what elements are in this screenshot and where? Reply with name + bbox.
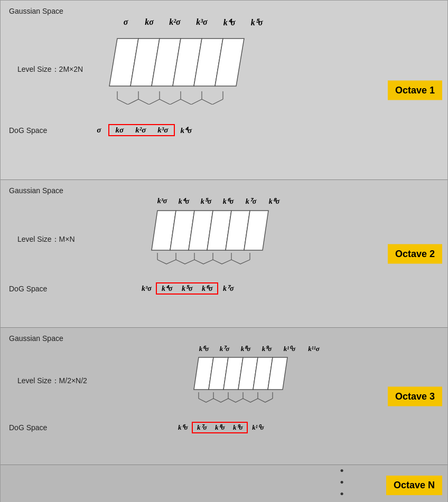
level-label-3: Level Size：M/2×N/2 xyxy=(17,376,87,386)
pages-svg-3 xyxy=(189,353,337,411)
dots-3: • xyxy=(340,488,344,500)
sigma-top-2-0: k³σ xyxy=(152,197,173,206)
dog-label-3: DoG Space xyxy=(9,423,47,432)
sigma-top-1-0: σ xyxy=(115,17,137,27)
sigma-top-2-3: k⁶σ xyxy=(217,197,239,206)
octave-n-section: • • • Octave N xyxy=(1,465,447,502)
dog-sigma-1-2: k²σ xyxy=(129,125,152,135)
dog-sigma-3-4: k¹⁰σ xyxy=(248,423,268,432)
dog-sigma-3-2: k⁸σ xyxy=(211,423,229,432)
pages-svg-1 xyxy=(104,28,305,105)
dog-sigma-1-4: k⁴σ xyxy=(175,126,197,135)
sigma-top-2-5: k⁸σ xyxy=(263,197,286,206)
sigma-top-1-4: k⁴σ xyxy=(216,17,243,27)
gaussian-label-2: Gaussian Space xyxy=(9,186,63,195)
dots-2: • xyxy=(340,477,344,488)
dog-sigma-2-3: k⁶σ xyxy=(197,283,217,293)
octave-1-badge: Octave 1 xyxy=(388,80,442,100)
pages-svg-2 xyxy=(146,205,305,269)
dots-1: • xyxy=(340,465,344,477)
main-container: Gaussian Space Level Size：2M×2N σ kσ k²σ… xyxy=(0,0,448,502)
sigma-top-1-1: kσ xyxy=(137,17,162,27)
dog-sigma-1-3: k³σ xyxy=(152,125,174,135)
gaussian-label-1: Gaussian Space xyxy=(9,7,63,15)
sigma-top-2-1: k⁴σ xyxy=(173,197,195,206)
sigma-top-3-1: k⁷σ xyxy=(214,345,235,353)
dog-sigma-3-3: k⁹σ xyxy=(229,423,247,432)
gaussian-label-3: Gaussian Space xyxy=(9,334,63,343)
sigma-top-3-5: k¹¹σ xyxy=(302,345,326,353)
dog-sigma-2-0: k³σ xyxy=(137,285,156,293)
sigma-top-1-5: k⁵σ xyxy=(243,17,270,27)
sigma-top-1-3: k³σ xyxy=(188,17,216,27)
dog-sigma-2-1: k⁴σ xyxy=(157,283,177,293)
dog-sigma-3-1: k⁷σ xyxy=(193,423,211,432)
sigma-top-3-0: k⁶σ xyxy=(194,345,214,353)
sigma-top-3-4: k¹⁰σ xyxy=(277,345,302,353)
dog-sigma-1-0: σ xyxy=(89,126,108,135)
level-label-2: Level Size：M×N xyxy=(17,235,75,244)
dog-sigma-3-0: k⁶σ xyxy=(174,423,192,432)
sigma-top-3-3: k⁹σ xyxy=(256,345,277,353)
dog-sigma-1-1: kσ xyxy=(109,125,129,135)
sigma-top-3-2: k⁸σ xyxy=(235,345,256,353)
dog-sigma-2-4: k⁷σ xyxy=(218,284,238,293)
octave-3-badge: Octave 3 xyxy=(388,386,442,406)
sigma-top-2-2: k⁵σ xyxy=(195,197,217,206)
dog-label-1: DoG Space xyxy=(9,126,47,135)
dog-label-2: DoG Space xyxy=(9,285,47,293)
octave-3-section: Gaussian Space Level Size：M/2×N/2 k⁶σ k⁷… xyxy=(1,328,447,465)
dog-sigma-2-2: k⁵σ xyxy=(177,283,197,293)
octave-2-badge: Octave 2 xyxy=(388,244,442,263)
octave-n-badge: Octave N xyxy=(386,476,442,495)
sigma-top-1-2: k²σ xyxy=(162,17,188,27)
sigma-top-2-4: k⁷σ xyxy=(239,197,263,206)
octave-1-section: Gaussian Space Level Size：2M×2N σ kσ k²σ… xyxy=(1,1,447,180)
octave-2-section: Gaussian Space Level Size：M×N k³σ k⁴σ k⁵… xyxy=(1,180,447,328)
level-label-1: Level Size：2M×2N xyxy=(17,65,83,74)
